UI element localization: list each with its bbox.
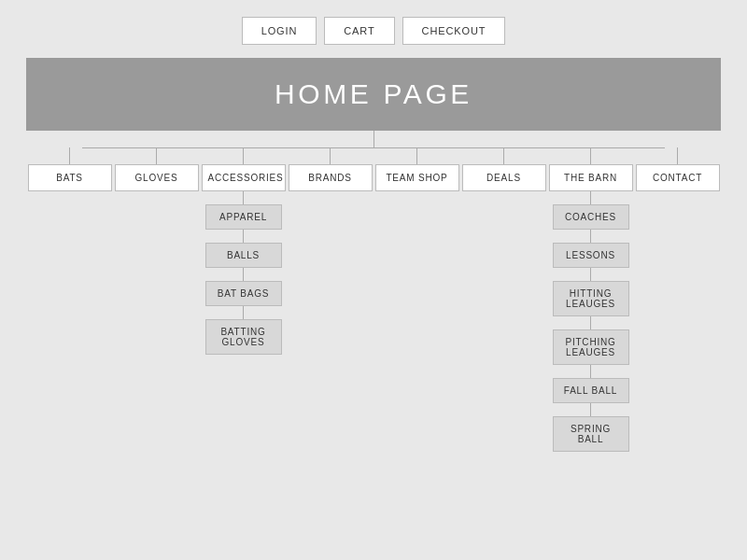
top-nav: LOGIN CART CHECKOUT [0, 0, 747, 58]
nav-item-team-shop[interactable]: TEAM SHOP [375, 164, 459, 191]
nav-col-gloves: GLOVES [113, 147, 200, 452]
vline-sub [590, 403, 591, 416]
vline-to-nav [330, 147, 331, 164]
vline-to-nav [590, 147, 591, 164]
sub-nav-button[interactable]: FALL BALL [553, 378, 629, 403]
nav-item-brands[interactable]: BRANDS [289, 164, 373, 191]
vline-sub [243, 268, 244, 281]
sub-nav-button[interactable]: BAT BAGS [205, 281, 282, 306]
sub-nav-button[interactable]: PITCHING LEAUGES [553, 329, 629, 365]
sub-nav-button[interactable]: HITTING LEAUGES [553, 281, 629, 316]
nav-item-contact[interactable]: CONTACT [636, 164, 720, 191]
nav-item-bats[interactable]: BATS [28, 164, 112, 191]
nav-item-the-barn[interactable]: THE BARN [549, 164, 633, 191]
sub-item: BALLS [205, 230, 282, 268]
sub-nav-button[interactable]: BATTING GLOVES [205, 319, 282, 355]
sub-items-the-barn: COACHESLESSONSHITTING LEAUGESPITCHING LE… [553, 191, 629, 452]
vline-to-nav [156, 147, 157, 164]
vline-to-nav [243, 147, 244, 164]
sub-item: BATTING GLOVES [205, 306, 282, 355]
sitemap: BATSGLOVESACCESSORIESAPPARELBALLSBAT BAG… [26, 131, 721, 452]
sub-nav-button[interactable]: LESSONS [553, 243, 629, 268]
sub-nav-button[interactable]: SPRING BALL [553, 416, 629, 452]
sub-items-accessories: APPARELBALLSBAT BAGSBATTING GLOVES [205, 191, 282, 355]
vline-sub [590, 316, 591, 329]
sub-item: LESSONS [553, 230, 629, 268]
vline-sub [243, 230, 244, 243]
vline-to-nav [416, 147, 417, 164]
vline-sub [243, 191, 244, 204]
sub-item: APPAREL [205, 191, 282, 230]
home-banner: HOME PAGE [26, 58, 721, 131]
nav-col-contact: CONTACT [634, 147, 721, 452]
nav-item-accessories[interactable]: ACCESSORIES [202, 164, 286, 191]
sub-item: BAT BAGS [205, 268, 282, 306]
nav-col-brands: BRANDS [287, 147, 374, 452]
nav-item-gloves[interactable]: GLOVES [115, 164, 199, 191]
vline-sub [590, 230, 591, 243]
sub-item: PITCHING LEAUGES [553, 316, 629, 365]
sub-item: SPRING BALL [553, 403, 629, 452]
vline-sub [590, 365, 591, 378]
vline-to-nav [503, 147, 504, 164]
nav-col-the-barn: THE BARNCOACHESLESSONSHITTING LEAUGESPIT… [547, 147, 634, 452]
vline-sub [590, 268, 591, 281]
login-button[interactable]: LOGIN [242, 17, 317, 45]
sub-nav-button[interactable]: COACHES [553, 204, 629, 230]
vline-sub [243, 306, 244, 319]
cart-button[interactable]: CART [324, 17, 394, 45]
vline-to-nav [677, 147, 678, 164]
nav-col-deals: DEALS [460, 147, 547, 452]
sub-nav-button[interactable]: BALLS [205, 243, 282, 268]
nav-col-bats: BATS [26, 147, 113, 452]
sub-item: COACHES [553, 191, 629, 230]
checkout-button[interactable]: CHECKOUT [402, 17, 506, 45]
nav-col-accessories: ACCESSORIESAPPARELBALLSBAT BAGSBATTING G… [200, 147, 287, 452]
sub-item: FALL BALL [553, 365, 629, 403]
sub-nav-button[interactable]: APPAREL [205, 204, 282, 230]
nav-item-deals[interactable]: DEALS [462, 164, 546, 191]
vline-sub [590, 191, 591, 204]
sub-item: HITTING LEAUGES [553, 268, 629, 316]
nav-col-team-shop: TEAM SHOP [374, 147, 460, 452]
vline-to-nav [69, 147, 70, 164]
